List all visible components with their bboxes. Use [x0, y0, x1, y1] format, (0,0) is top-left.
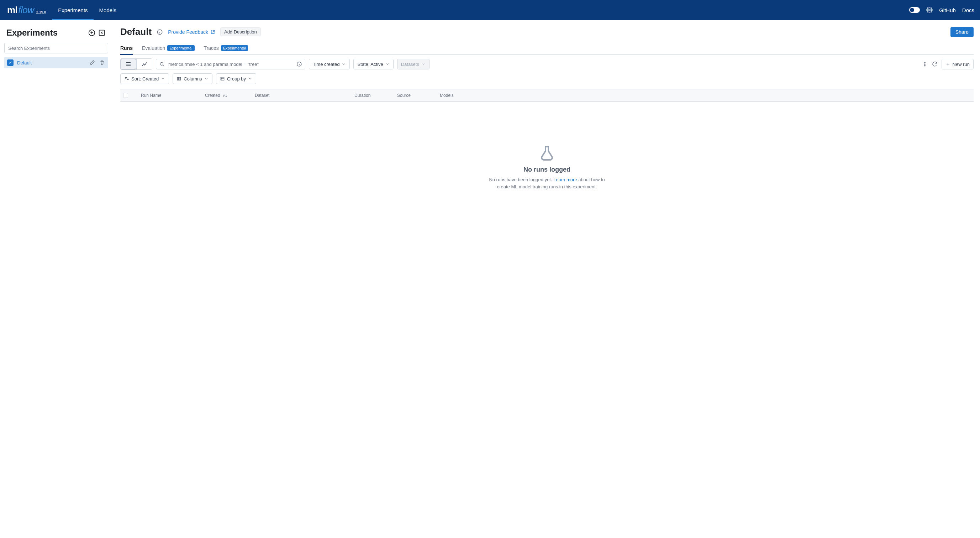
tab-traces-label: Traces — [204, 45, 219, 51]
runs-table: Run Name Created Dataset Duration Source… — [120, 89, 974, 102]
experimental-badge: Experimental — [221, 45, 248, 51]
time-created-label: Time created — [313, 62, 339, 67]
tab-traces[interactable]: Traces Experimental — [204, 45, 248, 54]
svg-point-4 — [160, 62, 163, 65]
nav-models-label: Models — [99, 7, 116, 13]
chart-icon — [141, 61, 148, 67]
github-link[interactable]: GitHub — [939, 7, 956, 13]
top-bar: ml flow 2.19.0 Experiments Models GitHub… — [0, 0, 980, 20]
col-dataset[interactable]: Dataset — [252, 93, 352, 98]
sort-icon — [124, 76, 129, 81]
svg-point-6 — [924, 62, 925, 63]
main-content: Default Provide Feedback Add Description… — [113, 20, 980, 538]
toolbar: Time created State: Active Datasets — [120, 58, 974, 70]
nav-models[interactable]: Models — [94, 0, 122, 20]
col-duration[interactable]: Duration — [352, 93, 394, 98]
settings-icon[interactable] — [926, 7, 933, 13]
edit-icon[interactable] — [89, 59, 95, 66]
experiment-name: Default — [17, 60, 85, 65]
query-input[interactable] — [168, 61, 294, 67]
sort-dropdown[interactable]: Sort: Created — [120, 73, 169, 84]
page-title: Default — [120, 26, 151, 37]
docs-link[interactable]: Docs — [962, 7, 974, 13]
columns-dropdown[interactable]: Columns — [173, 73, 212, 84]
datasets-label: Datasets — [401, 62, 419, 67]
col-created[interactable]: Created — [202, 93, 252, 98]
chevron-down-icon — [248, 77, 252, 81]
provide-feedback-link[interactable]: Provide Feedback — [168, 29, 215, 35]
col-source[interactable]: Source — [394, 93, 437, 98]
toolbar-secondary: Sort: Created Columns Group by — [120, 73, 974, 84]
logo-flow: flow — [18, 5, 34, 16]
experiment-checkbox[interactable] — [7, 59, 14, 66]
experiment-item-default[interactable]: Default — [4, 57, 108, 69]
more-icon[interactable] — [922, 61, 928, 67]
query-input-wrap[interactable] — [156, 59, 305, 69]
datasets-dropdown: Datasets — [397, 59, 430, 69]
search-experiments-input[interactable] — [4, 43, 108, 53]
experimental-badge: Experimental — [167, 45, 194, 51]
state-label: State: Active — [357, 62, 383, 67]
svg-rect-10 — [221, 77, 224, 80]
sidebar: Experiments Default — [0, 20, 113, 538]
select-all-checkbox[interactable] — [123, 93, 128, 98]
new-run-label: New run — [953, 62, 970, 67]
info-icon[interactable] — [296, 61, 302, 67]
col-created-label: Created — [205, 93, 220, 98]
provide-feedback-label: Provide Feedback — [168, 29, 208, 35]
chevron-down-icon — [204, 77, 208, 81]
delete-icon[interactable] — [99, 59, 105, 66]
group-icon — [220, 76, 225, 81]
svg-rect-9 — [178, 77, 181, 80]
nav-experiments[interactable]: Experiments — [52, 0, 93, 20]
learn-more-link[interactable]: Learn more — [553, 177, 577, 182]
list-icon — [125, 61, 132, 67]
chart-view-button[interactable] — [136, 59, 152, 69]
nav-experiments-label: Experiments — [58, 7, 88, 13]
time-created-dropdown[interactable]: Time created — [309, 59, 350, 69]
logo-ml: ml — [7, 5, 18, 16]
svg-point-0 — [929, 9, 931, 11]
svg-point-7 — [924, 64, 925, 64]
chevron-down-icon — [161, 77, 165, 81]
sort-label: Sort: Created — [131, 76, 159, 81]
groupby-dropdown[interactable]: Group by — [216, 73, 256, 84]
svg-point-8 — [924, 65, 925, 66]
share-button[interactable]: Share — [950, 27, 974, 37]
tab-evaluation-label: Evaluation — [142, 45, 165, 51]
new-run-button[interactable]: New run — [942, 59, 974, 69]
state-dropdown[interactable]: State: Active — [353, 59, 393, 69]
view-toggle — [120, 58, 152, 70]
list-view-button[interactable] — [121, 59, 136, 69]
external-link-icon — [210, 30, 215, 35]
chevron-down-icon — [342, 62, 346, 66]
add-experiment-icon[interactable] — [88, 29, 96, 37]
theme-toggle[interactable] — [909, 7, 920, 13]
columns-icon — [177, 76, 181, 81]
sort-desc-icon — [223, 93, 228, 98]
tab-runs[interactable]: Runs — [120, 45, 133, 54]
empty-state: No runs logged No runs have been logged … — [120, 145, 974, 190]
empty-text-before: No runs have been logged yet. — [489, 177, 553, 182]
empty-body: No runs have been logged yet. Learn more… — [483, 176, 611, 190]
flask-icon — [538, 145, 556, 162]
refresh-icon[interactable] — [932, 61, 938, 67]
col-run-name[interactable]: Run Name — [138, 93, 202, 98]
sub-tabs: Runs Evaluation Experimental Traces Expe… — [120, 45, 974, 55]
search-icon — [159, 61, 165, 67]
columns-label: Columns — [184, 76, 202, 81]
sidebar-title: Experiments — [6, 28, 58, 38]
table-header: Run Name Created Dataset Duration Source… — [120, 89, 974, 102]
logo[interactable]: ml flow 2.19.0 — [7, 5, 46, 16]
collapse-sidebar-icon[interactable] — [97, 29, 106, 37]
groupby-label: Group by — [227, 76, 246, 81]
col-models[interactable]: Models — [437, 93, 974, 98]
add-description-button[interactable]: Add Description — [220, 27, 261, 36]
app-version: 2.19.0 — [36, 10, 46, 14]
tab-evaluation[interactable]: Evaluation Experimental — [142, 45, 195, 54]
primary-nav: Experiments Models — [52, 0, 122, 20]
empty-title: No runs logged — [120, 166, 974, 173]
info-icon[interactable] — [157, 29, 163, 35]
chevron-down-icon — [421, 62, 426, 66]
tab-runs-label: Runs — [120, 45, 133, 51]
